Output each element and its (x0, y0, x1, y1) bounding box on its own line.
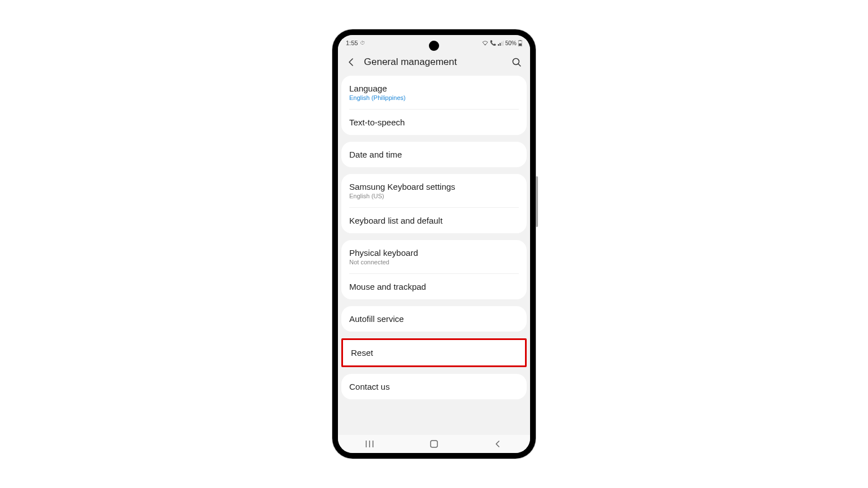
alarm-icon: ⏱ (360, 40, 365, 46)
back-button[interactable] (346, 56, 357, 68)
group-language: Language English (Philippines) Text-to-s… (341, 76, 527, 135)
vowifi-icon: 📞 (490, 40, 496, 46)
battery-percent: 50% (505, 40, 517, 46)
navigation-bar (338, 435, 530, 453)
nav-home-button[interactable] (427, 437, 441, 451)
phone-side-button (536, 176, 538, 227)
group-keyboard: Samsung Keyboard settings English (US) K… (341, 174, 527, 233)
group-contact: Contact us (341, 374, 527, 399)
nav-back-button[interactable] (491, 437, 505, 451)
row-autofill-service[interactable]: Autofill service (341, 306, 527, 332)
group-physical: Physical keyboard Not connected Mouse an… (341, 240, 527, 299)
row-physical-keyboard[interactable]: Physical keyboard Not connected (341, 240, 527, 273)
row-date-and-time[interactable]: Date and time (341, 142, 527, 167)
battery-icon (518, 40, 522, 46)
wifi-icon (482, 41, 488, 46)
signal-icon (498, 41, 504, 46)
row-text-to-speech[interactable]: Text-to-speech (341, 110, 527, 135)
camera-notch (429, 41, 439, 51)
svg-rect-4 (503, 41, 504, 46)
row-samsung-keyboard[interactable]: Samsung Keyboard settings English (US) (341, 174, 527, 207)
svg-rect-7 (519, 43, 522, 46)
row-reset[interactable]: Reset (343, 340, 525, 365)
page-title: General management (364, 56, 511, 68)
nav-recents-button[interactable] (363, 437, 377, 451)
svg-rect-3 (501, 42, 502, 46)
svg-point-0 (485, 44, 486, 45)
svg-rect-13 (431, 441, 437, 447)
svg-rect-2 (500, 43, 501, 46)
svg-rect-1 (498, 44, 499, 46)
phone-screen: 1:55 ⏱ 📞 50% General manage (338, 35, 530, 453)
page-header: General management (338, 51, 530, 76)
row-contact-us[interactable]: Contact us (341, 374, 527, 399)
group-autofill: Autofill service (341, 306, 527, 332)
search-button[interactable] (511, 56, 522, 68)
row-keyboard-list[interactable]: Keyboard list and default (341, 208, 527, 233)
row-mouse-trackpad[interactable]: Mouse and trackpad (341, 274, 527, 299)
settings-list: Language English (Philippines) Text-to-s… (338, 76, 530, 435)
status-time: 1:55 (346, 40, 358, 46)
group-date-time: Date and time (341, 142, 527, 167)
row-language[interactable]: Language English (Philippines) (341, 76, 527, 109)
group-reset: Reset (341, 338, 527, 367)
phone-frame: 1:55 ⏱ 📞 50% General manage (332, 29, 536, 459)
svg-line-9 (518, 64, 520, 66)
